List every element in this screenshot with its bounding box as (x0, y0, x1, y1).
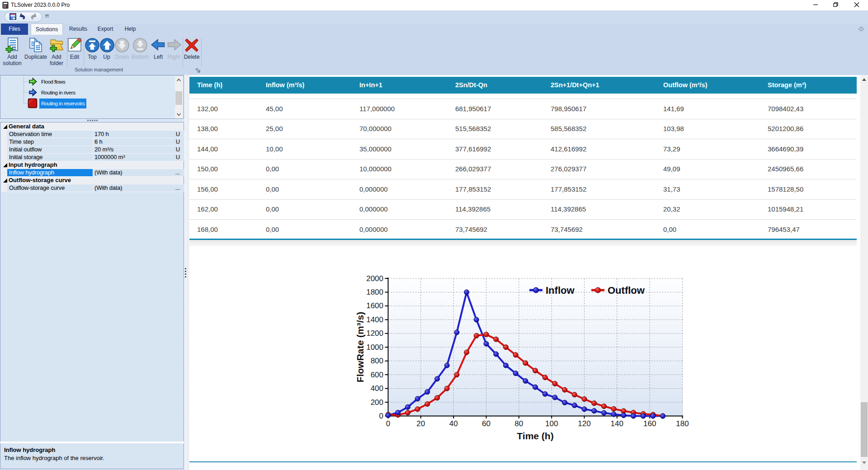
svg-text:100: 100 (545, 419, 558, 428)
svg-text:1800: 1800 (366, 288, 383, 296)
svg-text:2000: 2000 (366, 274, 383, 283)
svg-text:140: 140 (611, 419, 623, 428)
svg-text:400: 400 (371, 384, 383, 393)
svg-text:160: 160 (643, 419, 656, 428)
svg-text:1600: 1600 (366, 301, 383, 310)
svg-text:1200: 1200 (366, 329, 383, 338)
svg-text:800: 800 (371, 357, 383, 365)
svg-text:Inflow: Inflow (546, 285, 575, 296)
svg-text:FlowRate (m³/s): FlowRate (m³/s) (355, 312, 365, 382)
svg-text:0: 0 (386, 419, 390, 428)
svg-text:200: 200 (371, 398, 383, 407)
svg-text:Outflow: Outflow (608, 285, 645, 296)
svg-text:Time (h): Time (h) (517, 431, 553, 441)
svg-text:20: 20 (416, 419, 425, 428)
svg-text:60: 60 (482, 419, 491, 428)
svg-text:180: 180 (676, 419, 689, 428)
svg-text:0: 0 (379, 412, 383, 420)
svg-text:1000: 1000 (366, 343, 383, 352)
svg-text:40: 40 (449, 419, 458, 428)
svg-text:120: 120 (578, 419, 590, 428)
svg-text:600: 600 (371, 371, 383, 379)
svg-text:1400: 1400 (366, 315, 383, 324)
svg-text:80: 80 (514, 419, 523, 428)
